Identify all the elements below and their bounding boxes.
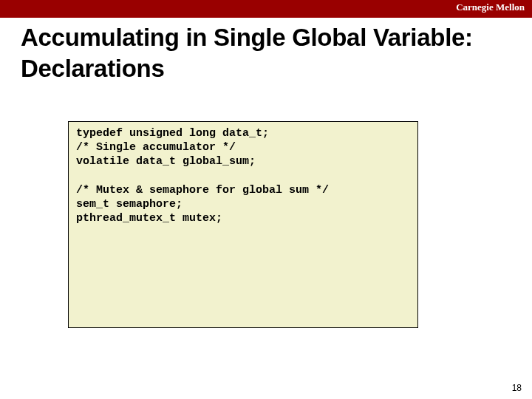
slide-title: Accumulating in Single Global Variable: … — [21, 22, 508, 84]
slide: Carnegie Mellon Accumulating in Single G… — [0, 0, 532, 399]
page-number: 18 — [512, 383, 522, 393]
brand-label: Carnegie Mellon — [456, 1, 525, 13]
header-bar: Carnegie Mellon — [0, 0, 532, 18]
code-block: typedef unsigned long data_t; /* Single … — [68, 121, 418, 328]
